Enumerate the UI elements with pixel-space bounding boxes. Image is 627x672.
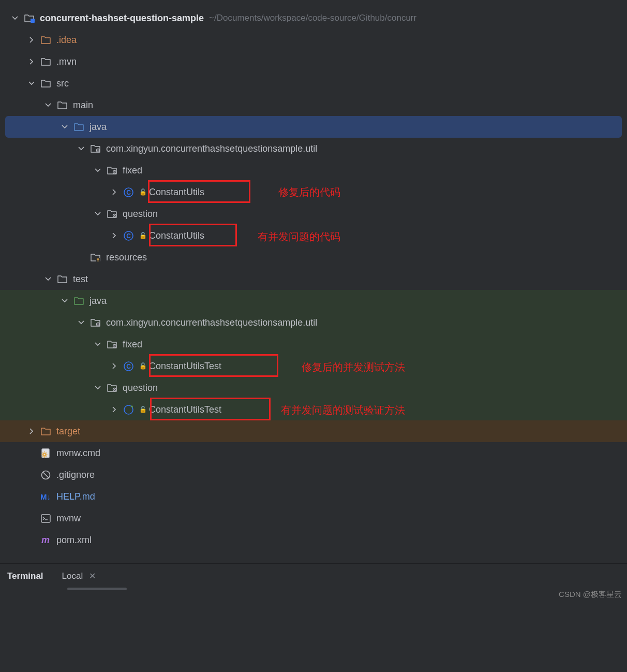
package-icon	[106, 382, 117, 393]
package-label: com.xingyun.concurrenthashsetquestionsam…	[106, 317, 317, 328]
maven-icon: m	[40, 534, 51, 546]
chevron-down-icon[interactable]	[59, 121, 70, 133]
lock-open-icon: 🔓	[139, 188, 147, 196]
tree-row-idea[interactable]: .idea	[0, 29, 627, 51]
folder-label: fixed	[123, 339, 142, 350]
folder-icon	[40, 56, 51, 67]
folder-label: main	[73, 100, 93, 111]
root-name: concurrent-hashset-question-sample	[40, 13, 204, 24]
folder-label: question	[123, 383, 158, 393]
tree-row-class-test-fixed[interactable]: 🔓 ConstantUtilsTest	[0, 355, 627, 377]
folder-label: .mvn	[56, 56, 77, 67]
tree-row-fixed[interactable]: fixed	[0, 159, 627, 181]
close-icon[interactable]: ✕	[89, 571, 96, 581]
terminal-panel-header[interactable]: Terminal Local ✕	[0, 563, 627, 588]
folder-label: fixed	[123, 165, 142, 176]
class-icon	[123, 186, 134, 198]
gear-file-icon	[40, 447, 51, 459]
package-icon	[106, 208, 117, 220]
folder-icon	[73, 295, 84, 306]
class-icon	[123, 230, 134, 241]
lock-open-icon: 🔓	[139, 406, 147, 413]
chevron-right-icon[interactable]	[109, 360, 120, 372]
folder-label: src	[56, 78, 69, 89]
tree-row-class-test-question[interactable]: 🔓 ConstantUtilsTest	[0, 399, 627, 420]
folder-label: .idea	[56, 35, 77, 46]
markdown-icon: M↓	[40, 491, 51, 502]
chevron-down-icon[interactable]	[92, 339, 103, 350]
folder-label: test	[73, 274, 88, 285]
folder-label: java	[89, 296, 107, 306]
package-icon	[89, 317, 101, 328]
tree-row-question-test[interactable]: question	[0, 377, 627, 399]
tree-row-question[interactable]: question	[0, 203, 627, 225]
tree-row-test[interactable]: test	[0, 268, 627, 290]
chevron-down-icon[interactable]	[92, 208, 103, 220]
chevron-down-icon[interactable]	[76, 143, 87, 154]
package-label: com.xingyun.concurrenthashsetquestionsam…	[106, 143, 317, 154]
folder-icon	[40, 78, 51, 89]
class-run-icon	[123, 404, 134, 415]
chevron-down-icon[interactable]	[76, 317, 87, 328]
folder-icon	[40, 34, 51, 46]
gitignore-icon	[40, 469, 51, 480]
chevron-down-icon[interactable]	[59, 295, 70, 306]
tree-row-class-fixed[interactable]: 🔓 ConstantUtils	[0, 181, 627, 203]
tree-row-helpmd[interactable]: M↓ HELP.md	[0, 486, 627, 507]
file-label: mvnw.cmd	[56, 448, 100, 459]
tree-row-root[interactable]: concurrent-hashset-question-sample ~/Doc…	[0, 7, 627, 29]
folder-icon	[40, 426, 51, 437]
class-label: ConstantUtilsTest	[149, 361, 221, 372]
tree-row-java-main[interactable]: java	[5, 116, 622, 138]
terminal-file-icon	[40, 513, 51, 524]
chevron-down-icon[interactable]	[42, 99, 54, 111]
chevron-down-icon[interactable]	[92, 165, 103, 176]
chevron-right-icon[interactable]	[109, 186, 120, 198]
module-folder-icon	[23, 12, 35, 24]
chevron-right-icon[interactable]	[109, 230, 120, 241]
tree-row-resources[interactable]: • resources	[0, 246, 627, 268]
tree-row-src[interactable]: src	[0, 72, 627, 94]
chevron-down-icon[interactable]	[26, 78, 37, 89]
tree-row-main[interactable]: main	[0, 94, 627, 116]
tree-row-java-test[interactable]: java	[0, 290, 627, 312]
class-label: ConstantUtilsTest	[149, 404, 221, 415]
tree-row-target[interactable]: target	[0, 420, 627, 442]
chevron-right-icon[interactable]	[26, 34, 37, 46]
tree-row-pom[interactable]: m pom.xml	[0, 529, 627, 551]
file-label: HELP.md	[56, 491, 95, 502]
tree-row-fixed-test[interactable]: fixed	[0, 333, 627, 355]
chevron-down-icon[interactable]	[92, 382, 103, 393]
folder-icon	[73, 121, 84, 133]
chevron-right-icon[interactable]	[26, 426, 37, 437]
package-icon	[106, 339, 117, 350]
root-path: ~/Documents/workspace/code-source/Github…	[209, 13, 416, 23]
class-label: ConstantUtils	[149, 230, 204, 241]
tree-row-package-test[interactable]: com.xingyun.concurrenthashsetquestionsam…	[0, 312, 627, 333]
tree-row-class-question[interactable]: 🔓 ConstantUtils	[0, 225, 627, 246]
tree-row-package[interactable]: com.xingyun.concurrenthashsetquestionsam…	[0, 138, 627, 159]
folder-label: question	[123, 209, 158, 220]
chevron-right-icon[interactable]	[109, 404, 120, 415]
folder-icon	[56, 273, 68, 285]
terminal-title[interactable]: Terminal	[7, 571, 43, 581]
resources-folder-icon	[89, 252, 101, 263]
tree-row-mvnwcmd[interactable]: mvnw.cmd	[0, 442, 627, 464]
terminal-tab[interactable]: Local ✕	[62, 571, 96, 581]
folder-label: java	[89, 122, 107, 133]
package-icon	[89, 143, 101, 154]
tree-row-mvn[interactable]: .mvn	[0, 51, 627, 72]
chevron-down-icon[interactable]	[9, 12, 21, 24]
package-icon	[106, 165, 117, 176]
file-label: .gitignore	[56, 470, 95, 480]
class-icon	[123, 360, 134, 372]
project-tree[interactable]: concurrent-hashset-question-sample ~/Doc…	[0, 0, 627, 551]
chevron-right-icon[interactable]	[26, 56, 37, 67]
scrollbar-horizontal[interactable]	[67, 588, 127, 590]
terminal-tab-label: Local	[62, 571, 83, 581]
folder-icon	[56, 99, 68, 111]
tree-row-mvnw[interactable]: mvnw	[0, 507, 627, 529]
tree-row-gitignore[interactable]: .gitignore	[0, 464, 627, 486]
chevron-down-icon[interactable]	[42, 273, 54, 285]
folder-label: target	[56, 426, 80, 437]
